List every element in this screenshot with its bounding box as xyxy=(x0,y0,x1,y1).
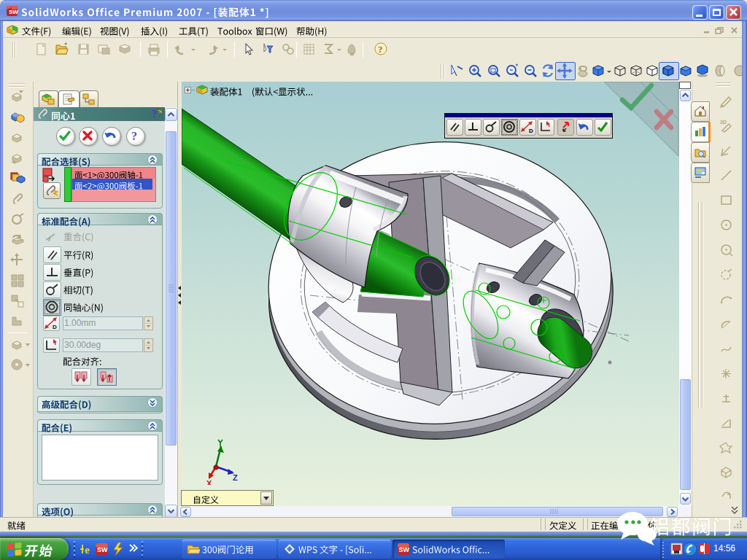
svg-text:X: X xyxy=(206,479,212,485)
svg-text:D: D xyxy=(529,128,533,134)
svg-text:SW: SW xyxy=(9,9,18,15)
svg-text:?: ? xyxy=(152,109,157,120)
svg-text:SW: SW xyxy=(399,546,410,553)
svg-text:SW: SW xyxy=(97,546,108,553)
svg-text:3D: 3D xyxy=(720,120,727,125)
svg-text:?: ? xyxy=(378,44,383,55)
svg-text:Z: Z xyxy=(233,473,238,482)
svg-text:D: D xyxy=(53,324,57,330)
svg-text:e: e xyxy=(85,544,90,556)
svg-text:?: ? xyxy=(131,130,137,142)
